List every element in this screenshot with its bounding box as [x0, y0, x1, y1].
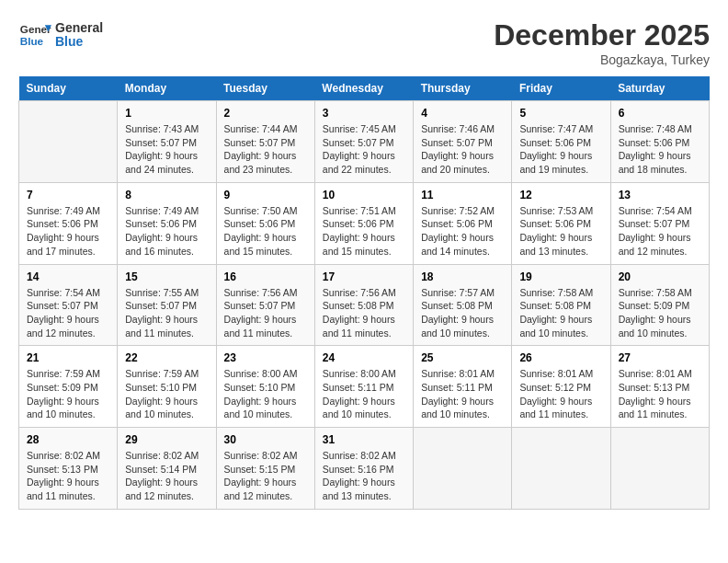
day-info: Sunrise: 8:00 AM Sunset: 5:11 PM Dayligh… [323, 367, 405, 421]
day-info: Sunrise: 8:02 AM Sunset: 5:16 PM Dayligh… [323, 449, 405, 503]
calendar-cell [19, 101, 118, 183]
calendar-cell: 14Sunrise: 7:54 AM Sunset: 5:07 PM Dayli… [19, 264, 118, 346]
calendar-cell: 13Sunrise: 7:54 AM Sunset: 5:07 PM Dayli… [610, 182, 709, 264]
title-block: December 2025 Bogazkaya, Turkey [494, 18, 710, 67]
week-row-1: 7Sunrise: 7:49 AM Sunset: 5:06 PM Daylig… [19, 182, 710, 264]
header-row: SundayMondayTuesdayWednesdayThursdayFrid… [19, 76, 710, 101]
calendar-body: 1Sunrise: 7:43 AM Sunset: 5:07 PM Daylig… [19, 101, 710, 510]
calendar-table: SundayMondayTuesdayWednesdayThursdayFrid… [18, 76, 710, 510]
day-info: Sunrise: 7:54 AM Sunset: 5:07 PM Dayligh… [27, 286, 109, 340]
day-number: 26 [519, 351, 602, 364]
calendar-cell: 25Sunrise: 8:01 AM Sunset: 5:11 PM Dayli… [414, 346, 512, 428]
day-info: Sunrise: 7:55 AM Sunset: 5:07 PM Dayligh… [125, 286, 208, 340]
day-info: Sunrise: 7:46 AM Sunset: 5:07 PM Dayligh… [421, 122, 504, 177]
day-number: 22 [125, 351, 208, 364]
day-info: Sunrise: 8:01 AM Sunset: 5:12 PM Dayligh… [519, 367, 602, 421]
day-number: 3 [323, 107, 405, 120]
day-info: Sunrise: 7:59 AM Sunset: 5:09 PM Dayligh… [27, 367, 109, 421]
day-number: 4 [421, 107, 504, 120]
day-number: 23 [224, 351, 307, 364]
day-number: 27 [619, 351, 701, 364]
month-title: December 2025 [494, 18, 710, 52]
calendar-cell: 22Sunrise: 7:59 AM Sunset: 5:10 PM Dayli… [118, 346, 216, 428]
day-number: 10 [323, 189, 405, 201]
day-number: 16 [224, 270, 307, 283]
calendar-cell: 23Sunrise: 8:00 AM Sunset: 5:10 PM Dayli… [216, 346, 314, 428]
svg-text:General: General [20, 23, 51, 35]
header-day-sunday: Sunday [19, 76, 118, 101]
day-info: Sunrise: 8:02 AM Sunset: 5:14 PM Dayligh… [125, 449, 208, 503]
calendar-cell: 10Sunrise: 7:51 AM Sunset: 5:06 PM Dayli… [314, 182, 413, 264]
calendar-cell: 29Sunrise: 8:02 AM Sunset: 5:14 PM Dayli… [118, 428, 216, 510]
calendar-cell: 26Sunrise: 8:01 AM Sunset: 5:12 PM Dayli… [512, 346, 610, 428]
day-number: 7 [27, 189, 109, 201]
day-number: 25 [421, 351, 504, 364]
svg-text:Blue: Blue [20, 35, 44, 47]
day-number: 1 [125, 107, 208, 120]
day-number: 21 [27, 351, 109, 364]
day-info: Sunrise: 7:54 AM Sunset: 5:07 PM Dayligh… [619, 204, 701, 259]
week-row-3: 21Sunrise: 7:59 AM Sunset: 5:09 PM Dayli… [19, 346, 710, 428]
day-info: Sunrise: 7:51 AM Sunset: 5:06 PM Dayligh… [323, 204, 405, 259]
day-number: 6 [619, 107, 701, 120]
calendar-cell: 12Sunrise: 7:53 AM Sunset: 5:06 PM Dayli… [512, 182, 610, 264]
calendar-cell: 27Sunrise: 8:01 AM Sunset: 5:13 PM Dayli… [610, 346, 709, 428]
calendar-cell: 19Sunrise: 7:58 AM Sunset: 5:08 PM Dayli… [512, 264, 610, 346]
calendar-cell: 15Sunrise: 7:55 AM Sunset: 5:07 PM Dayli… [118, 264, 216, 346]
day-number: 29 [125, 433, 208, 446]
calendar-cell: 18Sunrise: 7:57 AM Sunset: 5:08 PM Dayli… [414, 264, 512, 346]
location-subtitle: Bogazkaya, Turkey [494, 52, 710, 67]
calendar-cell: 20Sunrise: 7:58 AM Sunset: 5:09 PM Dayli… [610, 264, 709, 346]
week-row-4: 28Sunrise: 8:02 AM Sunset: 5:13 PM Dayli… [19, 428, 710, 510]
calendar-header: SundayMondayTuesdayWednesdayThursdayFrid… [19, 76, 710, 101]
day-info: Sunrise: 7:49 AM Sunset: 5:06 PM Dayligh… [27, 204, 109, 259]
day-info: Sunrise: 7:48 AM Sunset: 5:06 PM Dayligh… [619, 122, 701, 177]
day-number: 12 [519, 189, 602, 201]
calendar-cell: 28Sunrise: 8:02 AM Sunset: 5:13 PM Dayli… [19, 428, 118, 510]
calendar-cell: 24Sunrise: 8:00 AM Sunset: 5:11 PM Dayli… [314, 346, 413, 428]
week-row-0: 1Sunrise: 7:43 AM Sunset: 5:07 PM Daylig… [19, 101, 710, 183]
calendar-cell: 2Sunrise: 7:44 AM Sunset: 5:07 PM Daylig… [216, 101, 314, 183]
day-info: Sunrise: 7:44 AM Sunset: 5:07 PM Dayligh… [224, 122, 307, 177]
calendar-cell: 21Sunrise: 7:59 AM Sunset: 5:09 PM Dayli… [19, 346, 118, 428]
calendar-cell: 31Sunrise: 8:02 AM Sunset: 5:16 PM Dayli… [314, 428, 413, 510]
day-number: 19 [519, 270, 602, 283]
day-number: 2 [224, 107, 307, 120]
calendar-cell: 17Sunrise: 7:56 AM Sunset: 5:08 PM Dayli… [314, 264, 413, 346]
header-day-monday: Monday [118, 76, 216, 101]
calendar-cell: 9Sunrise: 7:50 AM Sunset: 5:06 PM Daylig… [216, 182, 314, 264]
day-number: 28 [27, 433, 109, 446]
calendar-cell: 11Sunrise: 7:52 AM Sunset: 5:06 PM Dayli… [414, 182, 512, 264]
day-info: Sunrise: 7:56 AM Sunset: 5:07 PM Dayligh… [224, 286, 307, 340]
calendar-cell: 5Sunrise: 7:47 AM Sunset: 5:06 PM Daylig… [512, 101, 610, 183]
day-info: Sunrise: 8:01 AM Sunset: 5:11 PM Dayligh… [421, 367, 504, 421]
day-info: Sunrise: 7:45 AM Sunset: 5:07 PM Dayligh… [323, 122, 405, 177]
week-row-2: 14Sunrise: 7:54 AM Sunset: 5:07 PM Dayli… [19, 264, 710, 346]
day-info: Sunrise: 7:43 AM Sunset: 5:07 PM Dayligh… [125, 122, 208, 177]
day-info: Sunrise: 7:58 AM Sunset: 5:08 PM Dayligh… [519, 286, 602, 340]
day-number: 18 [421, 270, 504, 283]
logo: General Blue General Blue [18, 18, 103, 52]
calendar-cell: 1Sunrise: 7:43 AM Sunset: 5:07 PM Daylig… [118, 101, 216, 183]
logo-icon: General Blue [18, 18, 51, 52]
day-info: Sunrise: 8:01 AM Sunset: 5:13 PM Dayligh… [619, 367, 701, 421]
calendar-cell: 30Sunrise: 8:02 AM Sunset: 5:15 PM Dayli… [216, 428, 314, 510]
calendar-cell: 16Sunrise: 7:56 AM Sunset: 5:07 PM Dayli… [216, 264, 314, 346]
day-info: Sunrise: 7:50 AM Sunset: 5:06 PM Dayligh… [224, 204, 307, 259]
day-number: 17 [323, 270, 405, 283]
day-number: 5 [519, 107, 602, 120]
calendar-cell: 3Sunrise: 7:45 AM Sunset: 5:07 PM Daylig… [314, 101, 413, 183]
day-info: Sunrise: 7:59 AM Sunset: 5:10 PM Dayligh… [125, 367, 208, 421]
day-info: Sunrise: 7:57 AM Sunset: 5:08 PM Dayligh… [421, 286, 504, 340]
calendar-cell: 4Sunrise: 7:46 AM Sunset: 5:07 PM Daylig… [414, 101, 512, 183]
page-header: General Blue General Blue December 2025 … [18, 18, 710, 67]
header-day-wednesday: Wednesday [314, 76, 413, 101]
day-info: Sunrise: 7:49 AM Sunset: 5:06 PM Dayligh… [125, 204, 208, 259]
day-number: 20 [619, 270, 701, 283]
day-info: Sunrise: 7:58 AM Sunset: 5:09 PM Dayligh… [619, 286, 701, 340]
day-number: 8 [125, 189, 208, 201]
day-number: 11 [421, 189, 504, 201]
header-day-tuesday: Tuesday [216, 76, 314, 101]
day-info: Sunrise: 7:56 AM Sunset: 5:08 PM Dayligh… [323, 286, 405, 340]
day-info: Sunrise: 7:53 AM Sunset: 5:06 PM Dayligh… [519, 204, 602, 259]
